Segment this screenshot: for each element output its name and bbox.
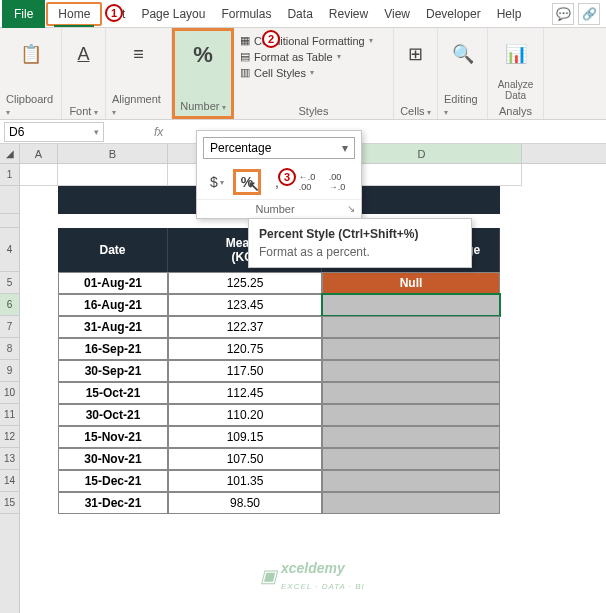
row-header[interactable]: 11 [0, 404, 19, 426]
cell-pct[interactable] [322, 316, 500, 338]
cell-pct[interactable] [322, 404, 500, 426]
group-clipboard[interactable]: 📋 Clipboard [0, 28, 62, 119]
row-header[interactable]: 6 [0, 294, 19, 316]
cell-kg[interactable]: 107.50 [168, 448, 322, 470]
cell-date[interactable]: 30-Oct-21 [58, 404, 168, 426]
table-row[interactable]: 30-Nov-21107.50 [58, 448, 500, 470]
conditional-formatting-button[interactable]: ▦Conditional Formatting ▾ [240, 34, 373, 47]
menubar: File Home ert Page Layou Formulas Data R… [0, 0, 606, 28]
cell-kg[interactable]: 110.20 [168, 404, 322, 426]
cell-kg[interactable]: 112.45 [168, 382, 322, 404]
cell-date[interactable]: 16-Aug-21 [58, 294, 168, 316]
table-row[interactable]: 15-Nov-21109.15 [58, 426, 500, 448]
group-editing[interactable]: 🔍 Editing [438, 28, 488, 119]
row-header[interactable]: 8 [0, 338, 19, 360]
ribbon: 📋 Clipboard A Font ≡ Alignment % Number … [0, 28, 606, 120]
tab-data[interactable]: Data [279, 2, 320, 26]
alignment-icon: ≡ [119, 34, 159, 74]
row-headers: ◢ 1 4 5 6 7 8 9 10 11 12 13 14 15 [0, 144, 20, 613]
row-header[interactable]: 5 [0, 272, 19, 294]
col-header-a[interactable]: A [20, 144, 58, 163]
table-row[interactable]: 30-Oct-21110.20 [58, 404, 500, 426]
name-box[interactable]: D6 [4, 122, 104, 142]
cell-pct[interactable] [322, 360, 500, 382]
accounting-format-button[interactable]: $ [203, 169, 231, 195]
tab-developer[interactable]: Developer [418, 2, 489, 26]
cell-kg[interactable]: 109.15 [168, 426, 322, 448]
format-as-table-button[interactable]: ▤Format as Table ▾ [240, 50, 373, 63]
share-icon[interactable]: 🔗 [578, 3, 600, 25]
cell-pct[interactable] [322, 338, 500, 360]
table-row[interactable]: 15-Dec-21101.35 [58, 470, 500, 492]
group-number[interactable]: % Number [172, 28, 234, 119]
fx-label[interactable]: fx [154, 125, 163, 139]
file-tab[interactable]: File [2, 0, 45, 28]
number-dialog-launcher[interactable]: ↘ [347, 203, 355, 215]
data-table: 01-Aug-21125.25Null16-Aug-21123.4531-Aug… [58, 272, 500, 514]
cell-date[interactable]: 30-Nov-21 [58, 448, 168, 470]
analyze-label: Analyze Data [494, 79, 537, 101]
tab-view[interactable]: View [376, 2, 418, 26]
cell-date[interactable]: 15-Oct-21 [58, 382, 168, 404]
group-font[interactable]: A Font [62, 28, 106, 119]
row-header[interactable]: 7 [0, 316, 19, 338]
cell-pct[interactable] [322, 426, 500, 448]
row-header[interactable]: 9 [0, 360, 19, 382]
percent-style-button[interactable]: % ↖ [233, 169, 261, 195]
row-header[interactable]: 4 [0, 228, 19, 272]
cell-pct[interactable] [322, 294, 500, 316]
table-fmt-icon: ▤ [240, 50, 250, 63]
comments-icon[interactable]: 💬 [552, 3, 574, 25]
cell-pct[interactable]: Null [322, 272, 500, 294]
row-header[interactable]: 14 [0, 470, 19, 492]
group-cells[interactable]: ⊞ Cells [394, 28, 438, 119]
row-header[interactable] [0, 214, 19, 228]
group-alignment[interactable]: ≡ Alignment [106, 28, 172, 119]
increase-decimal-button[interactable]: ←.0.00 [293, 169, 321, 195]
table-row[interactable]: 31-Aug-21122.37 [58, 316, 500, 338]
table-row[interactable]: 16-Sep-21120.75 [58, 338, 500, 360]
row-header[interactable]: 10 [0, 382, 19, 404]
cell-kg[interactable]: 122.37 [168, 316, 322, 338]
table-row[interactable]: 30-Sep-21117.50 [58, 360, 500, 382]
cell-pct[interactable] [322, 470, 500, 492]
group-analyze[interactable]: 📊 Analyze Data Analys [488, 28, 544, 119]
cell-kg[interactable]: 120.75 [168, 338, 322, 360]
clipboard-label: Clipboard [6, 93, 55, 117]
row-header[interactable]: 13 [0, 448, 19, 470]
tab-review[interactable]: Review [321, 2, 376, 26]
cell-kg[interactable]: 98.50 [168, 492, 322, 514]
cell-pct[interactable] [322, 448, 500, 470]
cell-pct[interactable] [322, 492, 500, 514]
tab-help[interactable]: Help [489, 2, 530, 26]
cell-styles-button[interactable]: ▥Cell Styles ▾ [240, 66, 373, 79]
cell-kg[interactable]: 101.35 [168, 470, 322, 492]
table-row[interactable]: 15-Oct-21112.45 [58, 382, 500, 404]
decrease-decimal-button[interactable]: .00→.0 [323, 169, 351, 195]
cell-date[interactable]: 01-Aug-21 [58, 272, 168, 294]
col-header-b[interactable]: B [58, 144, 168, 163]
cell-date[interactable]: 31-Dec-21 [58, 492, 168, 514]
cell-kg[interactable]: 117.50 [168, 360, 322, 382]
cell-kg[interactable]: 123.45 [168, 294, 322, 316]
cell-pct[interactable] [322, 382, 500, 404]
number-format-combo[interactable]: Percentage [203, 137, 355, 159]
row-header[interactable] [0, 186, 19, 214]
row-header[interactable]: 1 [0, 164, 19, 186]
table-row[interactable]: 01-Aug-21125.25Null [58, 272, 500, 294]
cell-date[interactable]: 30-Sep-21 [58, 360, 168, 382]
watermark: ▣ xceldemy EXCEL · DATA · BI [260, 560, 365, 592]
tab-page-layout[interactable]: Page Layou [133, 2, 213, 26]
row-header[interactable]: 15 [0, 492, 19, 514]
table-row[interactable]: 31-Dec-2198.50 [58, 492, 500, 514]
cell-kg[interactable]: 125.25 [168, 272, 322, 294]
cell-date[interactable]: 16-Sep-21 [58, 338, 168, 360]
cell-date[interactable]: 31-Aug-21 [58, 316, 168, 338]
cell-date[interactable]: 15-Dec-21 [58, 470, 168, 492]
select-all-corner[interactable]: ◢ [0, 144, 19, 164]
tab-home[interactable]: Home [46, 2, 102, 26]
row-header[interactable]: 12 [0, 426, 19, 448]
tab-formulas[interactable]: Formulas [213, 2, 279, 26]
cell-date[interactable]: 15-Nov-21 [58, 426, 168, 448]
table-row[interactable]: 16-Aug-21123.45 [58, 294, 500, 316]
